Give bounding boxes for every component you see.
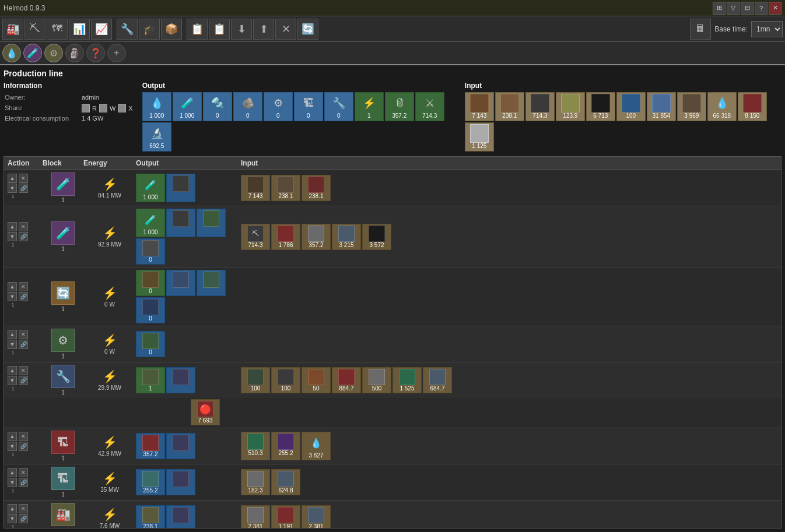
tb-mine[interactable]: ⛏ (24, 19, 45, 40)
tb-calculator[interactable]: 🖩 (690, 19, 711, 40)
block-icon-3[interactable]: ⚙ (51, 329, 75, 352)
tb-packages[interactable]: 📦 (161, 19, 182, 40)
output-item-8[interactable]: 🛢 357.2 (385, 92, 414, 121)
prod-output-item[interactable]: 0 (136, 331, 165, 357)
prod-input-item[interactable]: 510.3 (241, 432, 270, 460)
prod-output-item[interactable] (166, 174, 195, 202)
input-item-5[interactable]: 100 (616, 92, 646, 121)
block-icon-0[interactable]: 🧪 (51, 172, 75, 196)
prod-output-item[interactable] (166, 270, 195, 296)
action-up[interactable]: ▲ (8, 174, 17, 183)
action-delete[interactable]: ✕ (19, 222, 28, 231)
tb-research[interactable]: 🎓 (139, 19, 160, 40)
prod-input-item[interactable]: 1 525 (392, 367, 422, 393)
action-up[interactable]: ▲ (8, 330, 17, 339)
tb-tools[interactable]: 🔧 (117, 19, 138, 40)
output-item-2[interactable]: 🔩 0 (203, 92, 232, 121)
prod-output-item[interactable] (166, 469, 195, 495)
prod-input-item[interactable]: 884.7 (332, 367, 361, 393)
output-item-3[interactable]: 🪨 0 (233, 92, 262, 121)
action-link[interactable]: 🔗 (19, 376, 28, 385)
action-down[interactable]: ▼ (8, 442, 17, 451)
prod-input-item[interactable]: 500 (362, 367, 391, 393)
tb-factory[interactable]: 🏭 (2, 19, 23, 40)
tb-delete[interactable]: ✕ (275, 19, 296, 40)
action-down[interactable]: ▼ (8, 478, 17, 487)
tb-refresh[interactable]: 🔄 (297, 19, 318, 40)
tb2-lab[interactable]: 🧪 (23, 44, 42, 62)
action-down[interactable]: ▼ (8, 292, 17, 301)
win-btn-menu[interactable]: ⊞ (713, 2, 726, 15)
prod-output-item[interactable] (166, 367, 195, 393)
prod-output-item[interactable]: 🧪 1 000 (136, 209, 165, 237)
share-r-box[interactable] (82, 104, 90, 112)
tb-stats[interactable]: 📊 (69, 19, 90, 40)
block-icon-5[interactable]: 🏗 (51, 431, 75, 454)
prod-output-item[interactable]: 255.2 (136, 469, 165, 495)
action-link[interactable]: 🔗 (19, 340, 28, 349)
action-down[interactable]: ▼ (8, 184, 17, 193)
tb-export[interactable]: ⬆ (253, 19, 274, 40)
action-link[interactable]: 🔗 (19, 442, 28, 451)
action-down[interactable]: ▼ (8, 340, 17, 349)
action-link[interactable]: 🔗 (19, 292, 28, 301)
prod-input-item[interactable]: 238.1 (271, 175, 300, 201)
output-item-5[interactable]: 🏗 0 (294, 92, 323, 121)
action-up[interactable]: ▲ (8, 432, 17, 441)
action-delete[interactable]: ✕ (19, 282, 28, 291)
tb2-fluid[interactable]: 💧 (2, 44, 21, 62)
output-item-9[interactable]: ⚔ 714.3 (415, 92, 444, 121)
output-item-0[interactable]: 💧 1 000 (142, 92, 171, 121)
prod-input-item[interactable]: 684.7 (423, 367, 452, 393)
prod-input-item[interactable]: 3 215 (332, 224, 361, 250)
input-item-9[interactable]: 8 150 (738, 92, 767, 121)
block-icon-1[interactable]: 🧪 (51, 221, 75, 245)
block-icon-2[interactable]: 🔄 (51, 281, 75, 305)
prod-input-item[interactable]: 255.2 (271, 432, 300, 460)
prod-output-item[interactable]: 🧪 1 000 (136, 174, 165, 202)
prod-output-item[interactable]: 0 (136, 270, 165, 296)
block-icon-7[interactable]: 🏭 (51, 503, 75, 526)
prod-input-item[interactable]: 100 (241, 367, 270, 393)
input-item-3[interactable]: 123.9 (556, 92, 585, 121)
prod-input-item[interactable]: 100 (271, 367, 300, 393)
input-item-7[interactable]: 3 969 (677, 92, 706, 121)
action-up[interactable]: ▲ (8, 222, 17, 231)
action-link[interactable]: 🔗 (19, 514, 28, 523)
tb2-gear[interactable]: ⚙ (44, 44, 63, 62)
input-item-2[interactable]: 714.3 (525, 92, 555, 121)
prod-input-item[interactable]: 1 191 (271, 505, 300, 529)
base-time-select[interactable]: 1mn 1s (751, 21, 783, 37)
action-up[interactable]: ▲ (8, 468, 17, 477)
prod-output-item[interactable]: 357.2 (136, 433, 165, 459)
input-item-8[interactable]: 💧 66 318 (707, 92, 737, 121)
prod-input-item[interactable]: 7 143 (241, 175, 270, 201)
prod-input-item[interactable]: 2 381 (241, 505, 270, 529)
production-table[interactable]: Action Block Energy Output Input ▲ ✕ ▼ 🔗… (3, 156, 782, 529)
action-up[interactable]: ▲ (8, 504, 17, 513)
prod-output-item[interactable] (197, 209, 226, 237)
action-down[interactable]: ▼ (8, 376, 17, 385)
prod-output-item[interactable] (166, 505, 195, 529)
prod-input-item[interactable]: 2 381 (302, 505, 331, 529)
action-up[interactable]: ▲ (8, 366, 17, 375)
tb2-add[interactable]: + (107, 44, 126, 62)
tb2-help[interactable]: ❓ (86, 44, 105, 62)
win-btn-list[interactable]: ⊟ (741, 2, 754, 15)
block-icon-6[interactable]: 🏗 (51, 467, 75, 490)
tb-copy[interactable]: 📋 (187, 19, 208, 40)
prod-input-item[interactable]: 182.3 (241, 469, 270, 495)
action-down[interactable]: ▼ (8, 232, 17, 241)
share-x-box[interactable] (118, 104, 126, 112)
prod-input-item[interactable]: 1 786 (271, 224, 300, 250)
tb-map[interactable]: 🗺 (47, 19, 68, 40)
action-link[interactable]: 🔗 (19, 184, 28, 193)
action-delete[interactable]: ✕ (19, 330, 28, 339)
action-link[interactable]: 🔗 (19, 478, 28, 487)
prod-output-item[interactable]: 0 (136, 297, 165, 323)
prod-input-item[interactable]: 💧 3 827 (302, 432, 331, 460)
tb-import[interactable]: ⬇ (231, 19, 252, 40)
output-item-10[interactable]: 🔬 692.5 (142, 122, 171, 152)
input-item-0[interactable]: 7 143 (465, 92, 494, 121)
output-item-4[interactable]: ⚙ 0 (264, 92, 293, 121)
